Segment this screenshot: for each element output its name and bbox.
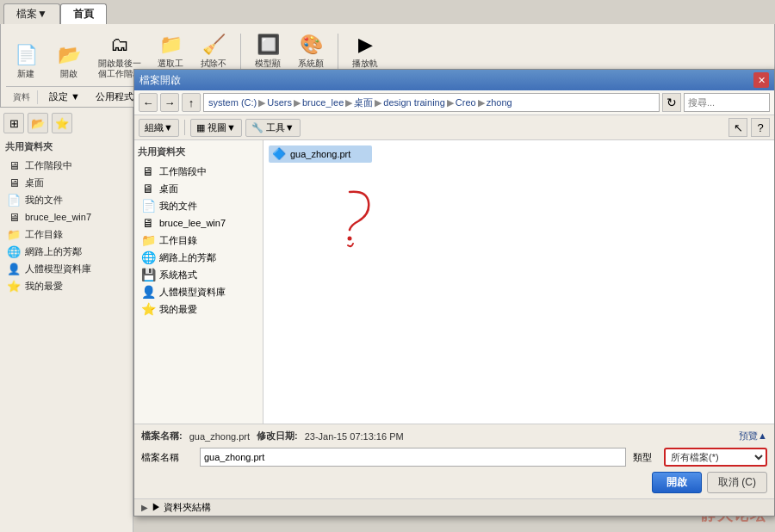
- open-file-button[interactable]: 開啟: [652, 472, 702, 493]
- view-label: 視圖▼: [208, 121, 236, 134]
- tab-file[interactable]: 檔案▼: [3, 3, 60, 24]
- dlg-bodymodel-icon: 👤: [141, 285, 155, 299]
- dialog-input-row: 檔案名稱 類型 所有檔案(*): [141, 448, 767, 467]
- view-icon: ▦: [196, 122, 205, 133]
- settings-dropdown[interactable]: 設定 ▼: [45, 89, 84, 105]
- modify-label: 修改日期:: [257, 430, 298, 442]
- file-open-dialog: 檔案開啟 ✕ ← → ↑ system (C:) ▶ Users ▶ bruce…: [133, 108, 775, 517]
- sidebar-item-network[interactable]: 🌐 網路上的芳鄰: [3, 243, 129, 260]
- sidebar-item-bodymodel[interactable]: 👤 人體模型資料庫: [3, 260, 129, 277]
- search-input[interactable]: [684, 108, 770, 112]
- erase-icon: 🧹: [200, 31, 227, 59]
- new-label: 新建: [17, 69, 34, 79]
- file-name-input[interactable]: [200, 448, 626, 467]
- tools-icon: 🔧: [251, 122, 264, 133]
- tools-button[interactable]: 🔧 工具▼: [245, 119, 301, 137]
- open-last-icon: 🗂: [106, 31, 133, 59]
- type-label: 類型: [633, 451, 657, 464]
- open-icon: 📂: [55, 41, 83, 69]
- view-button[interactable]: ▦ 視圖▼: [190, 119, 242, 137]
- sidebar-item-brucelee[interactable]: 🖥 bruce_lee_win7: [3, 208, 129, 226]
- sidebar-icons-row: ⊞ 📂 ⭐: [3, 113, 129, 133]
- open-button[interactable]: 📂 開啟: [49, 38, 89, 83]
- tools-label: 工具▼: [266, 121, 294, 134]
- new-icon: 📄: [12, 41, 40, 69]
- dlg-sidebar-bodymodel[interactable]: 👤 人體模型資料庫: [138, 283, 259, 300]
- dlg-mydocs-icon: 📄: [141, 199, 155, 213]
- file-item-gua-zhong[interactable]: 🔷 gua_zhong.prt: [269, 145, 372, 163]
- refresh-button[interactable]: ↻: [662, 108, 681, 112]
- sidebar-item-desktop[interactable]: 🖥 桌面: [3, 174, 129, 191]
- mydocs-icon: 📄: [7, 193, 21, 207]
- tab-home[interactable]: 首頁: [60, 3, 107, 24]
- dlg-sidebar-mydocs[interactable]: 📄 我的文件: [138, 197, 259, 214]
- filename-label: 檔案名稱:: [141, 430, 183, 442]
- desktop-icon: 🖥: [7, 176, 21, 189]
- scribble-annotation: [315, 183, 384, 263]
- file-name-label: 檔案名稱: [141, 451, 193, 464]
- organize-label: 組織▼: [145, 121, 173, 134]
- dialog-info-row: 檔案名稱: gua_zhong.prt 修改日期: 23-Jan-15 07:1…: [141, 430, 767, 442]
- dialog-sidebar: 共用資料夾 🖥 工作階段中 🖥 桌面 📄 我的文件 🖥: [134, 140, 264, 424]
- dlg-session-icon: 🖥: [141, 164, 155, 178]
- dlg-sidebar-network[interactable]: 🌐 網路上的芳鄰: [138, 249, 259, 266]
- folder-struct-arrow: ▶: [141, 503, 148, 512]
- network-icon: 🌐: [7, 244, 21, 258]
- dlg-sidebar-brucelee[interactable]: 🖥 bruce_lee_win7: [138, 214, 259, 232]
- dialog-action-row: 開啟 取消 (C): [141, 472, 767, 493]
- sidebar-item-session[interactable]: 🖥 工作階段中: [3, 157, 129, 174]
- svg-point-0: [348, 237, 352, 241]
- type-select[interactable]: 所有檔案(*): [664, 448, 767, 467]
- folder-structure-toggle[interactable]: ▶ ▶ 資料夾結構: [134, 498, 774, 516]
- organize-button[interactable]: 組織▼: [139, 119, 179, 137]
- dialog-toolbar: 組織▼ ▦ 視圖▼ 🔧 工具▼ ↖ ?: [134, 115, 774, 140]
- modify-value: 23-Jan-15 07:13:16 PM: [305, 431, 404, 442]
- address-path[interactable]: system (C:) ▶ Users ▶ bruce_lee ▶ 桌面 ▶ d…: [203, 108, 660, 112]
- group-data-label: 資料: [6, 90, 38, 104]
- select-wd-icon: 📁: [157, 31, 184, 59]
- sidebar-item-favorites[interactable]: ⭐ 我的最愛: [3, 277, 129, 294]
- address-bar: ← → ↑ system (C:) ▶ Users ▶ bruce_lee ▶ …: [134, 108, 774, 115]
- tab-bar: 檔案▼ 首頁: [0, 0, 775, 24]
- dlg-desktop-icon: 🖥: [141, 182, 155, 195]
- file-name: gua_zhong.prt: [290, 149, 350, 159]
- dlg-sidebar-desktop[interactable]: 🖥 桌面: [138, 180, 259, 197]
- dialog-body: 共用資料夾 🖥 工作階段中 🖥 桌面 📄 我的文件 🖥: [134, 140, 774, 424]
- bodymodel-icon: 👤: [7, 262, 21, 275]
- dlg-sidebar-title: 共用資料夾: [138, 145, 259, 158]
- open-label: 開啟: [60, 69, 78, 79]
- new-button[interactable]: 📄 新建: [6, 38, 46, 83]
- cancel-button[interactable]: 取消 (C): [707, 472, 767, 493]
- dlg-sidebar-session[interactable]: 🖥 工作階段中: [138, 163, 259, 180]
- filename-value: gua_zhong.prt: [189, 431, 250, 442]
- workdir-icon: 📁: [7, 227, 21, 241]
- preview-toggle[interactable]: 預覽▲: [739, 430, 767, 442]
- dlg-sidebar-workdir[interactable]: 📁 工作目錄: [138, 232, 259, 249]
- toolbar-sep: [184, 120, 185, 135]
- model-toggle-icon: 🔲: [254, 31, 282, 59]
- dlg-network-icon: 🌐: [141, 251, 155, 264]
- dlg-sidebar-sysformat[interactable]: 💾 系統格式: [138, 266, 259, 283]
- up-button[interactable]: ↑: [182, 108, 201, 112]
- dlg-favorites-icon: ⭐: [141, 302, 155, 316]
- path-seg-3[interactable]: 桌面: [354, 108, 373, 109]
- dlg-sysformat-icon: 💾: [141, 268, 155, 281]
- file-icon: 🔷: [272, 147, 286, 161]
- sidebar-icon-3[interactable]: ⭐: [52, 113, 72, 133]
- sidebar-icon-2[interactable]: 📂: [28, 113, 48, 133]
- cursor-button[interactable]: ↖: [728, 118, 747, 137]
- brucelee-icon: 🖥: [7, 210, 21, 224]
- help-button[interactable]: ?: [751, 118, 770, 137]
- sidebar-item-workdir[interactable]: 📁 工作目錄: [3, 226, 129, 243]
- back-button[interactable]: ←: [139, 108, 158, 112]
- sidebar-item-mydocs[interactable]: 📄 我的文件: [3, 191, 129, 208]
- dlg-sidebar-favorites[interactable]: ⭐ 我的最愛: [138, 300, 259, 318]
- dialog-bottom: 檔案名稱: gua_zhong.prt 修改日期: 23-Jan-15 07:1…: [134, 424, 774, 498]
- sidebar-icon-1[interactable]: ⊞: [3, 113, 24, 133]
- sidebar-section-title: 共用資料夾: [3, 140, 129, 153]
- app-sidebar: ⊞ 📂 ⭐ 共用資料夾 🖥 工作階段中 🖥 桌面 📄 我的文件 🖥 bruce_…: [0, 108, 133, 532]
- forward-button[interactable]: →: [160, 108, 179, 112]
- session-icon: 🖥: [7, 158, 21, 172]
- folder-struct-label: ▶ 資料夾結構: [152, 501, 211, 514]
- main-area: ⊞ 📂 ⭐ 共用資料夾 🖥 工作階段中 🖥 桌面 📄 我的文件 🖥 bruce_…: [0, 108, 775, 532]
